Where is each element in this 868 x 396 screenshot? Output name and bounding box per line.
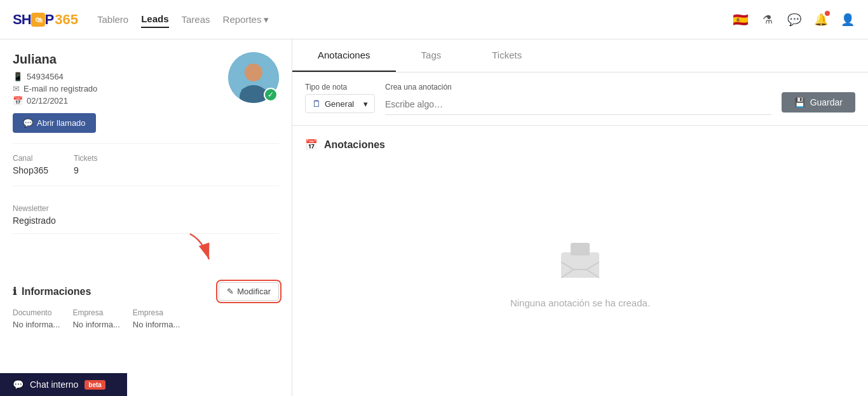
beta-badge: beta bbox=[85, 380, 105, 390]
profile-info: Juliana 📱 54934564 ✉ E-mail no registrad… bbox=[13, 52, 97, 133]
anotacion-form: Tipo de nota 🗒 General ▾ Crea una anotac… bbox=[292, 72, 868, 126]
tipo-nota-select[interactable]: 🗒 General ▾ bbox=[305, 94, 375, 113]
phone-icon: 📱 bbox=[13, 72, 23, 81]
top-navigation: SH 🛍 P 365 Tablero Leads Tareas Reportes… bbox=[0, 0, 868, 39]
newsletter-section: Newsletter Registrado bbox=[13, 196, 279, 234]
save-icon: 💾 bbox=[794, 97, 805, 107]
nav-reportes[interactable]: Reportes ▾ bbox=[223, 11, 269, 28]
logo-365: 365 bbox=[55, 11, 78, 28]
notification-bell-icon[interactable]: 🔔 bbox=[813, 12, 829, 27]
profile-name: Juliana bbox=[13, 52, 97, 67]
funnel-icon[interactable]: ⚗ bbox=[760, 12, 775, 27]
logo-text: SH 🛍 P bbox=[13, 11, 53, 28]
svg-point-1 bbox=[245, 64, 262, 81]
documento-field: Documento No informa... bbox=[13, 308, 60, 329]
calendar-icon: 📅 bbox=[13, 96, 23, 106]
note-icon: 🗒 bbox=[312, 99, 321, 109]
chat-interno-icon: 💬 bbox=[13, 379, 24, 390]
informaciones-section: ℹ Informaciones ✎ Modificar Documento No… bbox=[13, 282, 279, 329]
anotaciones-content: 📅 Anotaciones Ninguna anotación se ha cr… bbox=[292, 126, 868, 396]
empresa2-field: Empresa No informa... bbox=[133, 308, 180, 329]
nav-links: Tablero Leads Tareas Reportes ▾ bbox=[97, 11, 714, 28]
escribe-input[interactable] bbox=[385, 94, 771, 115]
modificar-button[interactable]: ✎ Modificar bbox=[219, 282, 279, 301]
profile-date: 📅 02/12/2021 bbox=[13, 96, 97, 106]
avatar-wrap: ✓ bbox=[228, 52, 279, 103]
select-chevron-icon: ▾ bbox=[363, 99, 368, 109]
arrow-annotation bbox=[13, 234, 279, 272]
canal-info: Canal Shop365 bbox=[13, 154, 48, 175]
empresa1-field: Empresa No informa... bbox=[72, 308, 119, 329]
main-layout: Juliana 📱 54934564 ✉ E-mail no registrad… bbox=[0, 39, 868, 396]
guardar-button[interactable]: 💾 Guardar bbox=[782, 92, 855, 113]
tipo-nota-col: Tipo de nota 🗒 General ▾ bbox=[305, 83, 375, 113]
anotaciones-section-header: 📅 Anotaciones bbox=[305, 139, 855, 151]
logo[interactable]: SH 🛍 P 365 bbox=[13, 11, 78, 28]
tab-anotaciones[interactable]: Anotaciones bbox=[292, 39, 396, 72]
abrir-llamado-button[interactable]: 💬 Abrir llamado bbox=[13, 113, 96, 133]
logo-bag-icon: 🛍 bbox=[31, 13, 45, 27]
chevron-down-icon: ▾ bbox=[264, 14, 269, 25]
tab-tickets[interactable]: Tickets bbox=[466, 39, 547, 72]
pencil-icon: ✎ bbox=[227, 287, 234, 296]
info-fields: Documento No informa... Empresa No infor… bbox=[13, 308, 279, 329]
info-circle-icon: ℹ bbox=[13, 285, 17, 297]
arrow-svg bbox=[152, 228, 228, 278]
profile-email: ✉ E-mail no registrado bbox=[13, 84, 97, 93]
nav-tareas[interactable]: Tareas bbox=[182, 11, 210, 27]
empty-state: Ninguna anotación se ha creada. bbox=[305, 161, 855, 383]
tabs: Anotaciones Tags Tickets bbox=[292, 39, 868, 72]
left-panel: Juliana 📱 54934564 ✉ E-mail no registrad… bbox=[0, 39, 292, 396]
nav-tablero[interactable]: Tablero bbox=[97, 11, 128, 27]
language-flag-icon[interactable]: 🇪🇸 bbox=[733, 12, 749, 27]
tickets-info: Tickets 9 bbox=[74, 154, 98, 175]
right-panel: Anotaciones Tags Tickets Tipo de nota 🗒 … bbox=[292, 39, 868, 396]
chat-interno-bar[interactable]: 💬 Chat interno beta bbox=[0, 373, 127, 396]
informaciones-header: ℹ Informaciones ✎ Modificar bbox=[13, 282, 279, 301]
escribe-col: Crea una anotación bbox=[385, 83, 771, 115]
nav-leads[interactable]: Leads bbox=[141, 11, 168, 28]
chat-icon[interactable]: 💬 bbox=[787, 12, 802, 27]
email-icon: ✉ bbox=[13, 84, 20, 93]
phone-call-icon: 💬 bbox=[23, 118, 33, 128]
canal-tickets-grid: Canal Shop365 Tickets 9 bbox=[13, 143, 279, 186]
tab-tags[interactable]: Tags bbox=[396, 39, 467, 72]
informaciones-title: ℹ Informaciones bbox=[13, 285, 91, 297]
nav-right: 🇪🇸 ⚗ 💬 🔔 👤 bbox=[733, 12, 855, 27]
svg-rect-5 bbox=[571, 243, 590, 256]
calendar-section-icon: 📅 bbox=[305, 139, 318, 151]
profile-section: Juliana 📱 54934564 ✉ E-mail no registrad… bbox=[13, 52, 279, 133]
user-profile-icon[interactable]: 👤 bbox=[840, 12, 855, 27]
profile-phone: 📱 54934564 bbox=[13, 72, 97, 81]
empty-inbox-icon bbox=[555, 236, 606, 290]
avatar-verified-badge: ✓ bbox=[264, 88, 278, 102]
